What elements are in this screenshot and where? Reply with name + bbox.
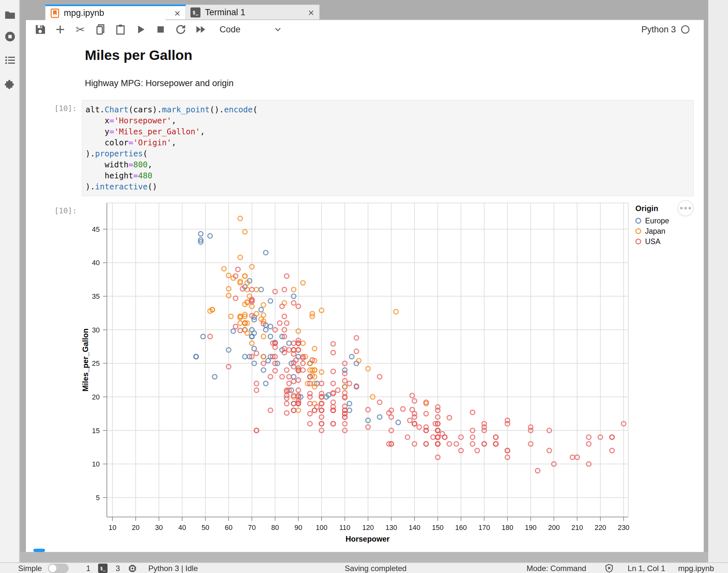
svg-text:140: 140 (409, 524, 420, 531)
legend-entry[interactable]: Japan (635, 226, 669, 236)
kernels-count: 3 (115, 564, 120, 573)
svg-text:170: 170 (478, 524, 490, 531)
svg-text:10: 10 (92, 460, 100, 468)
svg-text:40: 40 (92, 259, 100, 267)
legend-label: USA (645, 237, 660, 246)
markdown-paragraph: Highway MPG: Horsepower and origin (85, 79, 234, 88)
activity-sidebar (0, 0, 20, 562)
code-cell-editor[interactable]: alt.Chart(cars).mark_point().encode( x='… (82, 100, 694, 196)
kernel-status-text[interactable]: Python 3 | Idle (148, 564, 198, 573)
copy-cells-icon[interactable] (95, 23, 106, 35)
svg-text:20: 20 (92, 393, 100, 401)
tab-bar: mpg.ipynb × $_ Terminal 1 × (20, 0, 708, 20)
running-kernels-icon[interactable] (4, 31, 16, 42)
chevron-down-icon[interactable] (273, 24, 283, 34)
svg-text:180: 180 (502, 524, 513, 531)
kernel-chip-icon[interactable] (128, 564, 137, 573)
add-cell-icon[interactable] (54, 23, 66, 35)
toggle-knob (49, 565, 56, 572)
svg-text:90: 90 (294, 524, 302, 531)
window-bottom-border (20, 552, 708, 562)
close-icon[interactable]: × (174, 8, 180, 18)
svg-text:Miles_per_Gallon: Miles_per_Gallon (81, 328, 90, 392)
kernel-name[interactable]: Python 3 (641, 24, 676, 35)
svg-text:30: 30 (155, 524, 163, 531)
paste-cells-icon[interactable] (115, 23, 126, 35)
terminal-icon[interactable]: $_ (98, 564, 107, 573)
chart-legend: Origin EuropeJapanUSA (635, 204, 669, 247)
legend-symbol (635, 228, 641, 234)
right-panel-strip (708, 0, 728, 562)
svg-text:50: 50 (201, 524, 209, 531)
save-status-message: Saving completed (291, 564, 460, 573)
tab-label: Terminal 1 (205, 7, 245, 17)
svg-text:130: 130 (385, 524, 397, 531)
code-line: y='Miles_per_Gallon', (86, 126, 693, 137)
svg-text:20: 20 (132, 524, 140, 531)
file-browser-icon[interactable] (4, 9, 16, 21)
simple-mode-label: Simple (18, 564, 42, 573)
run-cell-icon[interactable] (135, 23, 146, 35)
code-line: x='Horsepower', (86, 115, 693, 126)
simple-mode-toggle[interactable] (48, 564, 69, 573)
svg-text:40: 40 (178, 524, 186, 531)
output-prompt: [10]: (25, 207, 77, 215)
svg-text:200: 200 (548, 524, 560, 531)
notebook-icon (51, 8, 59, 18)
svg-text:100: 100 (316, 524, 327, 531)
code-line: height=480 (86, 170, 693, 181)
svg-text:150: 150 (432, 524, 444, 531)
code-line: color='Origin', (86, 137, 693, 148)
legend-label: Europe (645, 217, 669, 225)
scrollbar-thumb[interactable] (33, 549, 45, 552)
tab-mpg-ipynb[interactable]: mpg.ipynb × (45, 5, 186, 20)
tab-label: mpg.ipynb (64, 8, 104, 18)
restart-run-all-icon[interactable] (195, 23, 207, 35)
legend-entry[interactable]: Europe (635, 216, 669, 226)
legend-symbol (635, 218, 641, 224)
cell-type-select[interactable]: Code (220, 24, 241, 35)
svg-text:5: 5 (96, 494, 100, 502)
svg-text:35: 35 (92, 293, 100, 300)
save-icon[interactable] (34, 23, 46, 35)
extension-manager-icon[interactable] (4, 79, 16, 90)
svg-text:120: 120 (362, 524, 374, 531)
svg-text:10: 10 (108, 524, 116, 531)
terminals-count: 1 (86, 564, 90, 573)
trust-shield-icon[interactable] (604, 564, 614, 573)
svg-text:110: 110 (339, 524, 350, 531)
svg-text:15: 15 (92, 427, 100, 435)
svg-text:80: 80 (271, 524, 279, 531)
restart-kernel-icon[interactable] (175, 23, 187, 35)
status-bar: Simple 1 $_ 3 Python 3 | Idle Saving com… (0, 562, 728, 573)
svg-text:70: 70 (248, 524, 256, 531)
vega-actions-button[interactable] (677, 200, 694, 216)
command-mode-indicator[interactable]: Mode: Command (527, 564, 586, 573)
svg-text:60: 60 (225, 524, 233, 531)
svg-text:230: 230 (618, 524, 630, 531)
cursor-position[interactable]: Ln 1, Col 1 (628, 564, 665, 573)
notebook-toolbar: ✂ Code Python 3 (26, 20, 704, 39)
status-filename: mpg.ipynb (678, 564, 714, 573)
code-line: width=800, (86, 159, 693, 170)
svg-text:160: 160 (455, 524, 467, 531)
svg-text:220: 220 (594, 524, 606, 531)
tab-terminal-1[interactable]: $_ Terminal 1 × (186, 5, 320, 20)
close-icon[interactable]: × (308, 7, 314, 18)
svg-text:210: 210 (571, 524, 583, 531)
cut-cells-icon[interactable]: ✂ (75, 23, 86, 35)
code-line: ).properties( (86, 148, 693, 159)
svg-text:45: 45 (92, 226, 100, 233)
svg-text:25: 25 (92, 360, 100, 367)
kernel-status-icon[interactable] (681, 25, 689, 34)
terminal-icon: $_ (190, 7, 200, 17)
svg-text:Horsepower: Horsepower (346, 535, 390, 543)
code-line: ).interactive() (86, 181, 693, 192)
stop-kernel-icon[interactable] (155, 23, 166, 35)
table-of-contents-icon[interactable] (4, 54, 16, 66)
legend-entry[interactable]: USA (635, 236, 669, 247)
code-line: alt.Chart(cars).mark_point().encode( (86, 104, 693, 115)
svg-text:190: 190 (525, 524, 537, 531)
scatter-chart[interactable]: 1020304050607080901001101201301401501601… (75, 201, 638, 550)
svg-text:30: 30 (92, 326, 100, 334)
